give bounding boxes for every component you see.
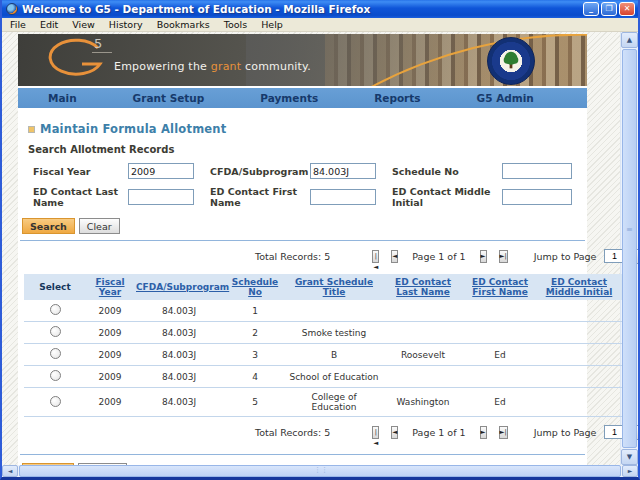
menu-file[interactable]: File (6, 19, 33, 30)
section-bullet-icon (28, 126, 35, 133)
horizontal-scrollbar-thumb[interactable] (19, 465, 621, 477)
menu-edit[interactable]: Edit (33, 19, 65, 30)
total-records-value: 5 (324, 427, 330, 438)
scroll-left-icon[interactable]: ◄ (2, 465, 18, 477)
search-section-title: Search Allotment Records (28, 144, 587, 155)
tagline: Empowering the grant community. (114, 60, 311, 73)
table-row: 2009 84.003J 4 School of Education (24, 366, 622, 388)
page-title: Maintain Formula Allotment (40, 122, 226, 136)
table-row: 2009 84.003J 1 (24, 300, 622, 322)
last-page-button[interactable]: ►| (499, 250, 508, 263)
previous-page-button[interactable]: ◄ (391, 250, 398, 263)
menu-bar: File Edit View History Bookmarks Tools H… (2, 18, 638, 32)
vertical-scrollbar[interactable]: ▲ ▼ (620, 32, 638, 465)
web-page: 5 Empowering the grant community. Main G… (2, 32, 620, 465)
column-ed-contact-middle-initial[interactable]: ED Contact Middle Initial (536, 274, 622, 300)
column-ed-contact-last-name[interactable]: ED Contact Last Name (382, 274, 464, 300)
main-navigation: Main Grant Setup Payments Reports G5 Adm… (18, 88, 587, 108)
nav-main[interactable]: Main (18, 92, 103, 104)
title-bar[interactable]: Welcome to G5 - Department of Education … (2, 0, 638, 18)
scroll-right-icon[interactable]: ► (622, 465, 638, 477)
maximize-button[interactable]: ❐ (601, 2, 617, 16)
jump-to-page-label: Jump to Page (534, 427, 597, 438)
nav-g5-admin[interactable]: G5 Admin (447, 92, 560, 104)
first-page-button[interactable]: |◄ (372, 250, 379, 263)
fiscal-year-input[interactable] (128, 163, 194, 179)
menu-view[interactable]: View (65, 19, 102, 30)
table-row: 2009 84.003J 3 B Roosevelt Ed (24, 344, 622, 366)
ed-contact-first-name-input[interactable] (310, 189, 376, 205)
column-fiscal-year[interactable]: Fiscal Year (86, 274, 134, 300)
fiscal-year-label: Fiscal Year (33, 166, 128, 177)
clear-button[interactable]: Clear (79, 218, 120, 234)
total-records-label: Total Records: (255, 251, 321, 262)
browser-window: Welcome to G5 - Department of Education … (0, 0, 640, 480)
table-row: 2009 84.003J 5 College of Education Wash… (24, 388, 622, 417)
row-select-radio[interactable] (50, 396, 61, 407)
first-page-button[interactable]: |◄ (372, 426, 379, 439)
ed-contact-last-name-label: ED Contact Last Name (33, 186, 128, 208)
g5-logo-number: 5 (92, 36, 112, 53)
minimize-button[interactable]: _ (583, 2, 599, 16)
column-ed-contact-first-name[interactable]: ED Contact First Name (464, 274, 536, 300)
menu-history[interactable]: History (102, 19, 150, 30)
pagination-top: Total Records: 5 |◄ ◄ Page 1 of 1 ► ►| J… (18, 248, 587, 264)
row-select-radio[interactable] (50, 326, 61, 337)
firefox-icon (6, 3, 18, 15)
page-indicator: Page 1 of 1 (412, 251, 465, 262)
column-select: Select (24, 274, 86, 300)
ed-contact-first-name-label: ED Contact First Name (210, 186, 310, 208)
department-of-education-seal-icon (487, 37, 535, 85)
vertical-scrollbar-thumb[interactable] (622, 49, 637, 448)
horizontal-scrollbar[interactable]: ◄ ► (2, 465, 638, 477)
column-cfda-subprogram[interactable]: CFDA/Subprogram (134, 274, 224, 300)
schedule-no-label: Schedule No (392, 166, 502, 177)
search-button[interactable]: Search (22, 218, 75, 234)
row-select-radio[interactable] (50, 348, 61, 359)
close-button[interactable]: ✕ (619, 2, 635, 16)
next-page-button[interactable]: ► (480, 250, 487, 263)
column-schedule-no[interactable]: Schedule No (224, 274, 286, 300)
total-records-label: Total Records: (255, 427, 321, 438)
ed-contact-middle-initial-label: ED Contact Middle Initial (392, 186, 502, 208)
scroll-down-icon[interactable]: ▼ (621, 449, 638, 465)
previous-page-button[interactable]: ◄ (391, 426, 398, 439)
row-select-radio[interactable] (50, 304, 61, 315)
total-records-value: 5 (324, 251, 330, 262)
last-page-button[interactable]: ►| (499, 426, 508, 439)
ed-contact-last-name-input[interactable] (128, 189, 194, 205)
menu-bookmarks[interactable]: Bookmarks (150, 19, 217, 30)
allotment-results-table: Select Fiscal Year CFDA/Subprogram Sched… (24, 274, 622, 417)
ed-contact-middle-initial-input[interactable] (502, 189, 572, 205)
row-select-radio[interactable] (50, 370, 61, 381)
next-page-button[interactable]: ► (480, 426, 487, 439)
page-margin-left (2, 34, 18, 465)
schedule-no-input[interactable] (502, 163, 572, 179)
menu-help[interactable]: Help (254, 19, 290, 30)
window-title: Welcome to G5 - Department of Education … (22, 3, 583, 15)
nav-grant-setup[interactable]: Grant Setup (103, 92, 231, 104)
search-form: Fiscal Year CFDA/Subprogram Schedule No … (33, 163, 587, 208)
nav-payments[interactable]: Payments (230, 92, 344, 104)
pagination-bottom: Total Records: 5 |◄ ◄ Page 1 of 1 ► ►| J… (18, 424, 587, 440)
jump-to-page-label: Jump to Page (534, 251, 597, 262)
table-header-row: Select Fiscal Year CFDA/Subprogram Sched… (24, 274, 622, 300)
column-grant-schedule-title[interactable]: Grant Schedule Title (286, 274, 382, 300)
page-indicator: Page 1 of 1 (412, 427, 465, 438)
cfda-subprogram-label: CFDA/Subprogram (210, 166, 310, 177)
menu-tools[interactable]: Tools (217, 19, 254, 30)
separator (20, 454, 585, 455)
scroll-up-icon[interactable]: ▲ (621, 32, 638, 48)
table-row: 2009 84.003J 2 Smoke testing (24, 322, 622, 344)
nav-reports[interactable]: Reports (344, 92, 446, 104)
header-banner: 5 Empowering the grant community. (18, 34, 587, 86)
cfda-subprogram-input[interactable] (310, 163, 376, 179)
separator (20, 240, 585, 241)
